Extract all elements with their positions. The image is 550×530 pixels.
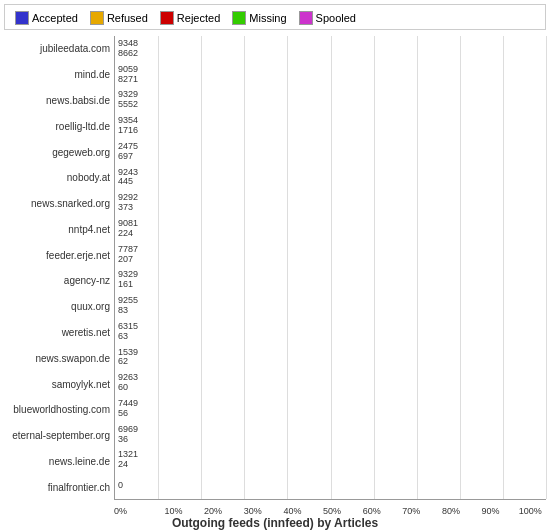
x-title: Outgoing feeds (innfeed) by Articles — [0, 516, 550, 530]
bar-numbers: 9243445 — [118, 168, 138, 188]
bar-number: 207 — [118, 255, 138, 265]
x-tick: 40% — [273, 506, 313, 516]
y-label: nntp4.net — [4, 216, 114, 242]
bar-row: 93541716 — [115, 113, 546, 139]
legend-label: Rejected — [177, 12, 220, 24]
chart-area: jubileedata.commind.denews.babsi.deroell… — [0, 34, 550, 530]
bar-row: 7787207 — [115, 242, 546, 268]
y-label: news.babsi.de — [4, 88, 114, 114]
legend-label: Accepted — [32, 12, 78, 24]
y-label: news.swapon.de — [4, 345, 114, 371]
y-label: quux.org — [4, 294, 114, 320]
bar-row: 9329161 — [115, 267, 546, 293]
bar-numbers: 926360 — [118, 373, 138, 393]
y-label: gegeweb.org — [4, 139, 114, 165]
y-label: weretis.net — [4, 320, 114, 346]
y-label: mind.de — [4, 62, 114, 88]
legend-item: Accepted — [15, 11, 78, 25]
y-label: roellig-ltd.de — [4, 113, 114, 139]
y-label: news.snarked.org — [4, 191, 114, 217]
bar-numbers: 93541716 — [118, 116, 138, 136]
bar-numbers: 9292373 — [118, 193, 138, 213]
legend-color — [232, 11, 246, 25]
bar-row: 926360 — [115, 370, 546, 396]
bar-numbers: 9329161 — [118, 270, 138, 290]
bar-number: 224 — [118, 229, 138, 239]
bar-number: 24 — [118, 460, 138, 470]
bar-numbers: 7787207 — [118, 245, 138, 265]
bar-row: 631563 — [115, 319, 546, 345]
bar-numbers: 90598271 — [118, 65, 138, 85]
bar-numbers: 132124 — [118, 450, 138, 470]
y-labels: jubileedata.commind.denews.babsi.deroell… — [4, 36, 114, 500]
bar-row: 132124 — [115, 448, 546, 474]
x-tick: 50% — [312, 506, 352, 516]
bar-row: 0 — [115, 473, 546, 499]
legend-item: Rejected — [160, 11, 220, 25]
x-tick: 10% — [154, 506, 194, 516]
chart-container: AcceptedRefusedRejectedMissingSpooled ju… — [0, 0, 550, 530]
y-label: nobody.at — [4, 165, 114, 191]
y-label: samoylyk.net — [4, 371, 114, 397]
x-axis: 0%10%20%30%40%50%60%70%80%90%100% — [114, 506, 550, 516]
bar-numbers: 0 — [118, 481, 123, 491]
legend-color — [90, 11, 104, 25]
legend-label: Spooled — [316, 12, 356, 24]
bars-section: 9348866290598271932955529354171624756979… — [114, 36, 546, 500]
bar-numbers: 2475697 — [118, 142, 138, 162]
bar-number: 83 — [118, 306, 138, 316]
bar-number: 373 — [118, 203, 138, 213]
x-tick: 20% — [193, 506, 233, 516]
bar-number: 1716 — [118, 126, 138, 136]
bar-number: 62 — [118, 357, 138, 367]
y-label: feeder.erje.net — [4, 242, 114, 268]
legend: AcceptedRefusedRejectedMissingSpooled — [4, 4, 546, 30]
x-tick: 80% — [431, 506, 471, 516]
bar-row: 925583 — [115, 293, 546, 319]
bar-numbers: 153962 — [118, 348, 138, 368]
y-label: jubileedata.com — [4, 36, 114, 62]
x-tick: 100% — [510, 506, 550, 516]
y-label: finalfrontier.ch — [4, 474, 114, 500]
bar-number: 697 — [118, 152, 138, 162]
bar-numbers: 696936 — [118, 425, 138, 445]
legend-item: Refused — [90, 11, 148, 25]
grid-line — [546, 36, 547, 499]
legend-color — [15, 11, 29, 25]
bar-number: 60 — [118, 383, 138, 393]
legend-item: Missing — [232, 11, 286, 25]
y-label: news.leine.de — [4, 449, 114, 475]
legend-label: Refused — [107, 12, 148, 24]
legend-label: Missing — [249, 12, 286, 24]
x-tick: 60% — [352, 506, 392, 516]
bar-row: 2475697 — [115, 139, 546, 165]
legend-color — [160, 11, 174, 25]
bar-row: 153962 — [115, 345, 546, 371]
bar-number: 161 — [118, 280, 138, 290]
bar-numbers: 925583 — [118, 296, 138, 316]
bar-row: 93488662 — [115, 36, 546, 62]
y-label: blueworldhosting.com — [4, 397, 114, 423]
bar-numbers: 9081224 — [118, 219, 138, 239]
bar-number: 56 — [118, 409, 138, 419]
bar-row: 744956 — [115, 396, 546, 422]
bar-row: 90598271 — [115, 62, 546, 88]
bar-row: 9243445 — [115, 165, 546, 191]
bar-row: 696936 — [115, 422, 546, 448]
y-label: eternal-september.org — [4, 423, 114, 449]
legend-item: Spooled — [299, 11, 356, 25]
bar-number: 5552 — [118, 100, 138, 110]
x-tick: 30% — [233, 506, 273, 516]
x-tick: 0% — [114, 506, 154, 516]
bar-number: 8662 — [118, 49, 138, 59]
bar-numbers: 93488662 — [118, 39, 138, 59]
x-tick: 70% — [391, 506, 431, 516]
bar-row: 9292373 — [115, 190, 546, 216]
bar-numbers: 93295552 — [118, 90, 138, 110]
bar-row: 9081224 — [115, 216, 546, 242]
x-tick: 90% — [471, 506, 511, 516]
legend-color — [299, 11, 313, 25]
bars-wrapper: jubileedata.commind.denews.babsi.deroell… — [4, 36, 546, 500]
bar-number: 0 — [118, 481, 123, 491]
bar-number: 36 — [118, 435, 138, 445]
